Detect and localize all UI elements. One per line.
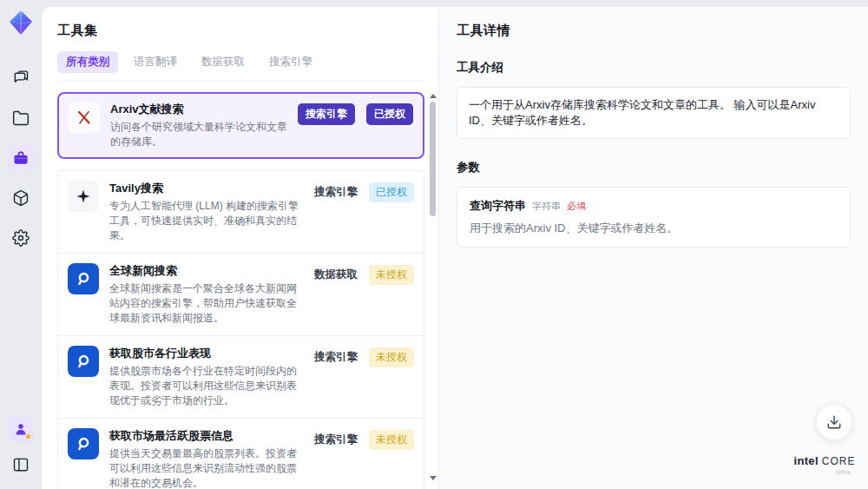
arxiv-x-icon <box>69 102 100 133</box>
brand-sub-label: Ultra <box>793 469 856 475</box>
scrollbar-thumb[interactable] <box>430 102 436 216</box>
toolbox-icon[interactable] <box>7 144 35 172</box>
scroll-up-arrow-icon[interactable] <box>430 94 437 98</box>
main-surface: 工具集 所有类别 语言翻译 数据获取 搜索引擎 Arxiv文献搜索 访问各个研究… <box>42 7 868 489</box>
tab-language-translation[interactable]: 语言翻译 <box>125 51 186 73</box>
param-desc: 用于搜索的Arxiv ID、关键字或作者姓名。 <box>470 221 838 236</box>
status-badge: 已授权 <box>366 103 413 125</box>
intro-heading: 工具介绍 <box>457 60 851 76</box>
tool-name: 全球新闻搜索 <box>109 263 306 279</box>
rail-bottom <box>7 416 35 479</box>
tools-list-panel: 工具集 所有类别 语言翻译 数据获取 搜索引擎 Arxiv文献搜索 访问各个研究… <box>42 7 438 489</box>
tool-intro-text: 一个用于从Arxiv存储库搜索科学论文和文章的工具。 输入可以是Arxiv ID… <box>457 87 851 139</box>
param-type: 字符串 <box>532 200 561 213</box>
left-nav-rail <box>0 0 42 489</box>
tool-detail-panel: 工具详情 工具介绍 一个用于从Arxiv存储库搜索科学论文和文章的工具。 输入可… <box>438 7 868 489</box>
tool-item-stock-sectors[interactable]: 获取股市各行业表现 提供股票市场各个行业在特定时间段内的表现。投资者可以利用这些… <box>58 336 424 419</box>
vertical-scrollbar[interactable] <box>429 94 437 480</box>
stock-sector-icon <box>68 346 99 377</box>
active-stocks-icon <box>68 428 99 459</box>
tool-name: 获取股市各行业表现 <box>109 346 306 361</box>
brand-word-core: core <box>822 455 856 467</box>
tool-name: Arxiv文献搜索 <box>110 102 289 117</box>
settings-gear-icon[interactable] <box>7 224 35 252</box>
page-title: 工具集 <box>57 23 438 39</box>
tool-item-arxiv[interactable]: Arxiv文献搜索 访问各个研究领域大量科学论文和文章的存储库。 搜索引擎 已授… <box>57 92 424 159</box>
category-label: 数据获取 <box>314 268 358 282</box>
category-label: 搜索引擎 <box>314 185 358 200</box>
panel-toggle-icon[interactable] <box>7 451 35 479</box>
brand-word-intel: intel <box>794 454 819 467</box>
rail-nav <box>7 64 35 252</box>
scroll-down-arrow-icon[interactable] <box>430 476 437 480</box>
tool-item-global-news[interactable]: 全球新闻搜索 全球新闻搜索是一个聚合全球各大新闻网站内容的搜索引擎，帮助用户快速… <box>58 254 424 336</box>
tab-data-fetch[interactable]: 数据获取 <box>193 51 253 73</box>
params-heading: 参数 <box>457 160 851 175</box>
tool-name: 获取市场最活跃股票信息 <box>109 428 306 444</box>
param-name: 查询字符串 <box>470 198 526 214</box>
tab-all-categories[interactable]: 所有类别 <box>57 51 118 73</box>
tool-item-active-stocks[interactable]: 获取市场最活跃股票信息 提供当天交易量最高的股票列表。投资者可以利用这些信息来识… <box>58 419 424 489</box>
news-search-icon <box>68 263 99 294</box>
tool-name: Tavily搜索 <box>109 181 306 196</box>
tool-rows: Tavily搜索 专为人工智能代理 (LLM) 构建的搜索引擎工具，可快速提供实… <box>57 170 424 489</box>
param-card: 查询字符串 字符串 必填 用于搜索的Arxiv ID、关键字或作者姓名。 <box>457 187 851 248</box>
tool-list-scroll-area: Arxiv文献搜索 访问各个研究领域大量科学论文和文章的存储库。 搜索引擎 已授… <box>57 92 438 489</box>
tool-desc: 提供当天交易量最高的股票列表。投资者可以利用这些信息来识别流动性强的股票和潜在的… <box>109 446 306 489</box>
app-logo-icon <box>7 9 35 36</box>
tool-desc: 访问各个研究领域大量科学论文和文章的存储库。 <box>110 120 289 149</box>
category-badge: 搜索引擎 <box>298 103 355 125</box>
folder-icon[interactable] <box>7 104 35 132</box>
tool-desc: 全球新闻搜索是一个聚合全球各大新闻网站内容的搜索引擎，帮助用户快速获取全球最新资… <box>109 281 306 326</box>
download-icon <box>826 414 842 430</box>
tool-desc: 专为人工智能代理 (LLM) 构建的搜索引擎工具，可快速提供实时、准确和真实的结… <box>109 199 306 243</box>
detail-title: 工具详情 <box>457 23 851 39</box>
user-avatar[interactable] <box>8 416 34 442</box>
status-badge: 未授权 <box>369 265 414 285</box>
status-badge: 已授权 <box>369 182 414 202</box>
intel-core-logo: intel core Ultra <box>793 455 856 475</box>
status-badge: 未授权 <box>369 430 414 450</box>
package-icon[interactable] <box>7 184 35 212</box>
status-dot <box>26 434 30 439</box>
category-tabs: 所有类别 语言翻译 数据获取 搜索引擎 <box>57 51 425 82</box>
chat-icon[interactable] <box>7 64 35 92</box>
category-label: 搜索引擎 <box>314 433 358 447</box>
sparkle-icon <box>68 181 99 212</box>
status-badge: 未授权 <box>369 347 414 367</box>
tool-item-tavily[interactable]: Tavily搜索 专为人工智能代理 (LLM) 构建的搜索引擎工具，可快速提供实… <box>58 171 424 254</box>
category-label: 搜索引擎 <box>314 350 358 365</box>
param-required-flag: 必填 <box>567 200 586 213</box>
tab-search-engine[interactable]: 搜索引擎 <box>260 51 321 73</box>
download-button[interactable] <box>816 404 852 440</box>
tool-desc: 提供股票市场各个行业在特定时间段内的表现。投资者可以利用这些信息来识别表现优于或… <box>109 364 306 408</box>
